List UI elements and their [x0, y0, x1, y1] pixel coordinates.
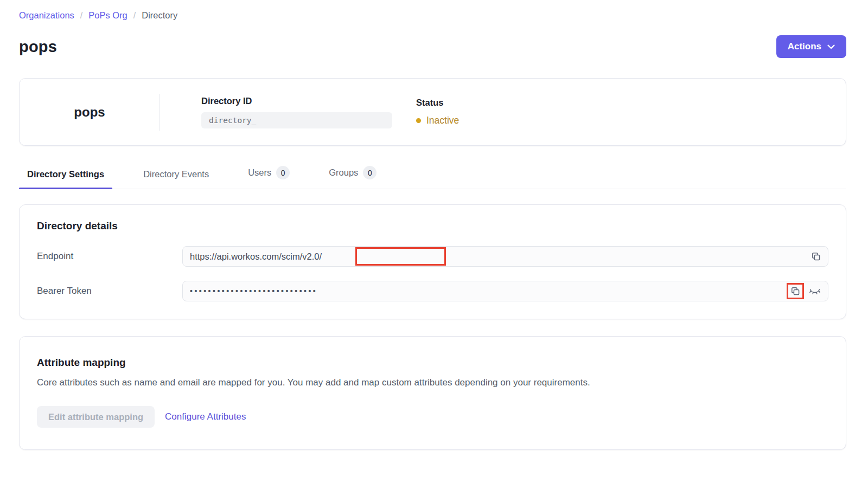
- endpoint-label: Endpoint: [37, 251, 182, 262]
- directory-id-label: Directory ID: [201, 96, 392, 106]
- groups-count-badge: 0: [363, 166, 376, 179]
- directory-overview-card: pops Directory ID directory_ Status Inac…: [19, 78, 846, 146]
- actions-button[interactable]: Actions: [776, 35, 846, 58]
- highlight-box-copy-token: [787, 283, 804, 299]
- attribute-mapping-card: Attribute mapping Core attributes such a…: [19, 336, 846, 450]
- tab-label: Directory Settings: [27, 169, 104, 179]
- copy-icon[interactable]: [790, 286, 800, 296]
- breadcrumb-link-pops-org[interactable]: PoPs Org: [88, 10, 127, 21]
- directory-details-title: Directory details: [37, 220, 828, 232]
- actions-button-label: Actions: [788, 41, 821, 52]
- attribute-mapping-title: Attribute mapping: [37, 357, 828, 369]
- breadcrumb-separator: /: [80, 11, 82, 21]
- tab-label: Directory Events: [143, 169, 209, 179]
- chevron-down-icon: [827, 44, 835, 49]
- directory-id-field: Directory ID directory_: [201, 96, 392, 128]
- tab-groups[interactable]: Groups 0: [321, 166, 385, 189]
- page-header: pops Actions: [19, 35, 846, 58]
- breadcrumb-separator: /: [133, 11, 136, 21]
- bearer-token-masked-value: ••••••••••••••••••••••••••••: [190, 287, 317, 295]
- breadcrumb-current-directory: Directory: [142, 10, 177, 21]
- tab-directory-events[interactable]: Directory Events: [135, 169, 217, 189]
- attribute-mapping-description: Core attributes such as name and email a…: [37, 377, 828, 388]
- tab-label: Users: [248, 168, 271, 178]
- status-label: Status: [416, 98, 459, 108]
- tab-users[interactable]: Users 0: [240, 166, 298, 189]
- copy-icon[interactable]: [811, 252, 821, 261]
- endpoint-value: https://api.workos.com/scim/v2.0/: [190, 252, 322, 262]
- breadcrumb: Organizations / PoPs Org / Directory: [19, 10, 846, 21]
- tab-bar: Directory Settings Directory Events User…: [19, 166, 846, 189]
- bearer-token-row: Bearer Token •••••••••••••••••••••••••••…: [37, 281, 828, 301]
- eye-closed-icon[interactable]: [809, 287, 821, 295]
- vertical-divider: [159, 94, 160, 131]
- bearer-token-field[interactable]: ••••••••••••••••••••••••••••: [182, 281, 828, 301]
- status-field: Status Inactive: [416, 98, 459, 126]
- directory-id-value: directory_: [201, 112, 392, 128]
- directory-name: pops: [20, 105, 159, 120]
- status-dot-icon: [416, 118, 421, 123]
- endpoint-row: Endpoint https://api.workos.com/scim/v2.…: [37, 246, 828, 267]
- highlight-box-endpoint: [355, 247, 446, 266]
- configure-attributes-link[interactable]: Configure Attributes: [165, 411, 246, 422]
- tab-label: Groups: [329, 168, 358, 178]
- endpoint-field[interactable]: https://api.workos.com/scim/v2.0/: [182, 246, 828, 267]
- users-count-badge: 0: [276, 166, 290, 179]
- status-badge: Inactive: [426, 115, 459, 126]
- tab-directory-settings[interactable]: Directory Settings: [19, 169, 112, 189]
- directory-details-card: Directory details Endpoint https://api.w…: [19, 204, 846, 319]
- edit-attribute-mapping-button[interactable]: Edit attribute mapping: [37, 406, 155, 428]
- breadcrumb-link-organizations[interactable]: Organizations: [19, 10, 74, 21]
- page-title: pops: [19, 38, 57, 56]
- bearer-token-label: Bearer Token: [37, 286, 182, 297]
